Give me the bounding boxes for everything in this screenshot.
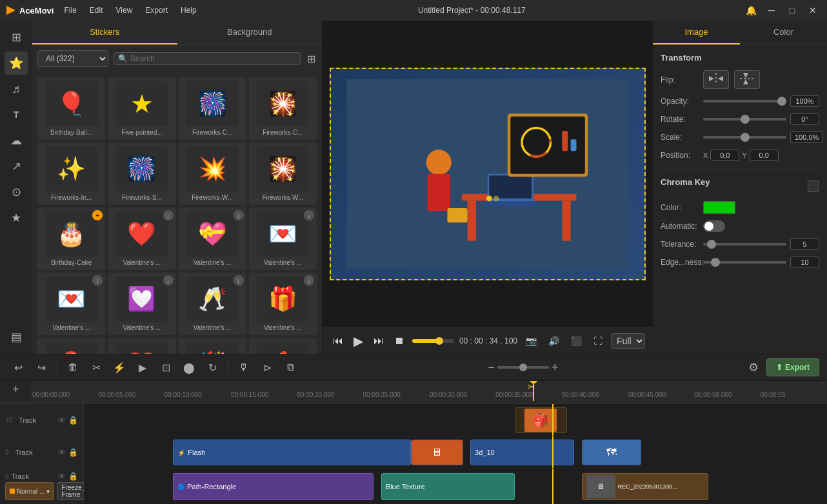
- pip-button[interactable]: ⧉: [280, 357, 301, 378]
- chroma-tolerance-slider[interactable]: [703, 243, 786, 246]
- cut-button[interactable]: ✂: [86, 357, 106, 378]
- screenshot-button[interactable]: 📷: [523, 334, 540, 347]
- flash-button[interactable]: ⚡: [109, 357, 130, 378]
- progress-handle[interactable]: [435, 337, 443, 345]
- track-9-thumb2[interactable]: 🗺: [582, 440, 641, 465]
- settings-button[interactable]: ⚙: [746, 358, 761, 377]
- sticker-item[interactable]: ❤️ ↓ Valentine's ...: [108, 208, 175, 270]
- captions-button[interactable]: ⬛: [568, 334, 585, 347]
- export-button[interactable]: ⬆ Export: [766, 358, 819, 376]
- search-input[interactable]: [130, 54, 296, 63]
- zoom-slider[interactable]: [497, 366, 549, 369]
- ruler-mark: 00:00:50.000: [694, 391, 732, 398]
- zoom-in-button[interactable]: +: [552, 361, 559, 374]
- menu-help[interactable]: Help: [175, 5, 202, 16]
- play-action-button[interactable]: ▶: [132, 357, 153, 378]
- sticker-item[interactable]: 🎈 ...: [37, 338, 105, 354]
- sidebar-item-transitions[interactable]: ↗: [5, 155, 28, 178]
- sticker-item[interactable]: ❤️ ...: [108, 338, 175, 354]
- skip-forward-button[interactable]: ⏭: [371, 334, 386, 348]
- split-button[interactable]: ⬤: [179, 357, 199, 378]
- track-9-3d-clip[interactable]: 3d_10: [470, 440, 574, 465]
- track-8-texture-clip[interactable]: Blue Texture: [381, 473, 515, 500]
- sidebar-item-timeline[interactable]: ▤: [5, 325, 28, 349]
- sidebar-item-templates[interactable]: ★: [5, 206, 28, 229]
- volume-button[interactable]: 🔊: [545, 334, 563, 347]
- sticker-item[interactable]: 🥂 ↓ Valentine's ...: [179, 273, 246, 335]
- opacity-slider[interactable]: [703, 100, 786, 102]
- tab-color[interactable]: Color: [740, 21, 827, 44]
- menu-view[interactable]: View: [111, 5, 138, 16]
- chroma-color-swatch[interactable]: [703, 201, 735, 214]
- add-track-button[interactable]: +: [0, 381, 32, 401]
- track-visibility-button[interactable]: 👁: [58, 448, 66, 457]
- sticker-item[interactable]: 🎂 + Birthday-Cake: [37, 208, 105, 270]
- sidebar-item-stickers[interactable]: ⭐: [5, 52, 28, 75]
- zoom-out-button[interactable]: −: [488, 361, 495, 374]
- grid-view-button[interactable]: ⊞: [306, 52, 317, 66]
- sticker-item[interactable]: 🎆 Fireworks-C...: [179, 77, 246, 140]
- fullscreen-button[interactable]: ⛶: [590, 334, 606, 347]
- skip-back-button[interactable]: ⏮: [330, 334, 346, 348]
- menu-export[interactable]: Export: [140, 5, 173, 16]
- sticker-item[interactable]: 🎁 ↓ Valentine's ...: [249, 273, 317, 335]
- chroma-key-checkbox[interactable]: [808, 180, 819, 192]
- sticker-item[interactable]: 💟 ↓ Valentine's ...: [108, 273, 175, 335]
- sticker-item[interactable]: 🎇 Fireworks-C...: [249, 77, 317, 140]
- track-lock-button[interactable]: 🔒: [68, 472, 78, 481]
- sticker-item[interactable]: 🎉 ...: [179, 338, 246, 354]
- normal-dropdown[interactable]: Normal ... ▾: [5, 482, 54, 500]
- rotate-slider[interactable]: [703, 118, 786, 121]
- maximize-button[interactable]: □: [783, 3, 801, 17]
- track-visibility-button[interactable]: 👁: [58, 416, 66, 425]
- sticker-item[interactable]: 💝 ↓ Valentine's ...: [179, 208, 246, 270]
- progress-bar[interactable]: [412, 339, 454, 343]
- menu-edit[interactable]: Edit: [85, 5, 108, 16]
- rotate-action-button[interactable]: ↻: [202, 357, 223, 378]
- sticker-item[interactable]: 🍰 ...: [249, 338, 317, 354]
- sticker-item[interactable]: 🎆 Fireworks-S...: [108, 142, 175, 205]
- sticker-item[interactable]: 🎈 Birthday-Ball...: [37, 77, 105, 140]
- crop-button[interactable]: ⊡: [155, 357, 176, 378]
- tab-image[interactable]: Image: [653, 21, 740, 44]
- chroma-automatic-toggle[interactable]: [703, 220, 725, 232]
- sidebar-item-text[interactable]: T: [5, 103, 28, 126]
- stickers-filter-select[interactable]: All (322): [37, 50, 108, 67]
- sticker-item[interactable]: ★ Five-pointed...: [108, 77, 175, 140]
- sticker-item[interactable]: 🎇 Fireworks-W...: [249, 142, 317, 205]
- sticker-item[interactable]: 💥 Fireworks-W...: [179, 142, 246, 205]
- track-lock-button[interactable]: 🔒: [68, 416, 78, 425]
- track-9-thumb1[interactable]: 🖥: [411, 440, 463, 465]
- track-visibility-button[interactable]: 👁: [58, 472, 66, 481]
- chroma-edge-slider[interactable]: [703, 261, 786, 264]
- sidebar-item-media[interactable]: ⊞: [5, 26, 28, 49]
- scale-slider[interactable]: [703, 136, 786, 139]
- play-button[interactable]: ▶: [351, 332, 366, 350]
- redo-button[interactable]: ↪: [31, 357, 52, 378]
- bell-icon[interactable]: 🔔: [742, 3, 760, 17]
- sidebar-item-effects[interactable]: ☁: [5, 129, 28, 152]
- extract-button[interactable]: ⊳: [257, 357, 277, 378]
- undo-button[interactable]: ↩: [8, 357, 28, 378]
- track-8-path-clip[interactable]: 🔵 Path-Rectangle: [173, 473, 374, 500]
- sticker-item[interactable]: 💌 ↓ Valentine's ...: [249, 208, 317, 270]
- sidebar-item-filters[interactable]: ⊙: [5, 180, 28, 204]
- track-8-rec-clip[interactable]: 🖥 REC_202205301330...: [582, 473, 708, 500]
- track-10-clip[interactable]: 🎒: [515, 407, 567, 433]
- track-lock-button[interactable]: 🔒: [68, 448, 78, 457]
- tab-background[interactable]: Background: [177, 21, 323, 44]
- sticker-item[interactable]: 💌 ↓ Valentine's ...: [37, 273, 105, 335]
- mic-button[interactable]: 🎙: [234, 357, 254, 378]
- close-button[interactable]: ✕: [804, 3, 822, 17]
- stop-button[interactable]: ⏹: [392, 334, 407, 348]
- minimize-button[interactable]: ─: [762, 3, 781, 17]
- quality-select[interactable]: Full 1/2 1/4: [611, 333, 645, 349]
- sidebar-item-audio[interactable]: ♬: [5, 77, 28, 101]
- track-9-flash-clip[interactable]: ⚡ Flash: [173, 440, 411, 465]
- flip-v-button[interactable]: [734, 70, 760, 89]
- delete-button[interactable]: 🗑: [63, 357, 83, 378]
- menu-file[interactable]: File: [59, 5, 81, 16]
- sticker-item[interactable]: ✨ Fireworks-In...: [37, 142, 105, 205]
- flip-h-button[interactable]: [703, 70, 729, 89]
- tab-stickers[interactable]: Stickers: [32, 21, 177, 44]
